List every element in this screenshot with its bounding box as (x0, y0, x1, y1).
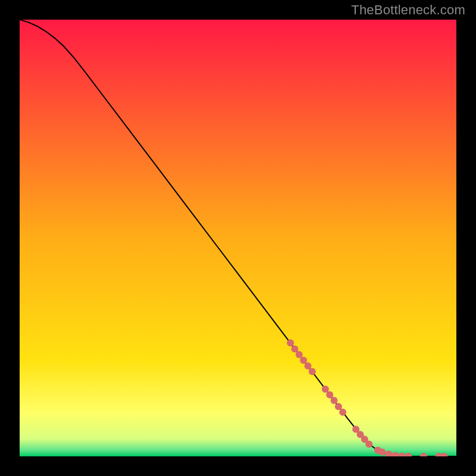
chart-stage: TheBottleneck.com (0, 0, 476, 476)
highlight-dot (296, 351, 303, 358)
chart-plot-area (20, 20, 456, 456)
highlight-dot (291, 345, 298, 352)
highlight-dot (300, 357, 307, 364)
highlight-dot (326, 392, 333, 399)
highlight-dot (330, 397, 337, 404)
attribution-text: TheBottleneck.com (351, 2, 465, 18)
highlight-dot (309, 368, 316, 375)
highlight-dot (365, 440, 372, 447)
highlight-dot (378, 449, 386, 456)
highlight-dot (287, 339, 294, 346)
chart-background (20, 20, 456, 456)
highlight-dot (335, 403, 342, 410)
highlight-dot (322, 386, 329, 393)
highlight-dot (339, 409, 346, 416)
highlight-dot (304, 362, 311, 369)
chart-svg (20, 20, 456, 456)
